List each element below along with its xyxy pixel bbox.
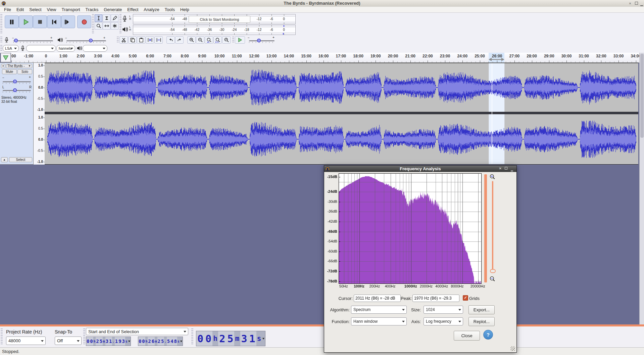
zoom-out-button[interactable] xyxy=(196,36,204,44)
vertical-scrollbar-thumb[interactable] xyxy=(640,54,644,138)
skip-to-end-button[interactable] xyxy=(61,15,75,28)
selection-end-field-unit[interactable]: . xyxy=(164,337,166,346)
window-titlebar[interactable]: The Byrds - Byrdmaniax (Recovered) × xyxy=(0,0,644,7)
selection-start-field-digit[interactable]: 1 xyxy=(109,337,112,346)
grids-checkbox[interactable]: ✓ xyxy=(463,295,468,301)
skip-to-start-button[interactable] xyxy=(47,15,61,28)
pause-button[interactable] xyxy=(5,15,19,28)
selection-end-field-format-arrow[interactable] xyxy=(180,337,183,346)
trim-outside-selection-button[interactable] xyxy=(146,36,154,44)
selection-end-field-digit[interactable]: 2 xyxy=(157,337,161,346)
timeline-ruler[interactable]: -2:00-1:0001:002:003:004:005:006:007:008… xyxy=(11,53,644,63)
audio-host-combo[interactable]: LSA xyxy=(3,45,19,52)
selection-end-field-digit[interactable]: 0 xyxy=(142,337,145,346)
zoom-in-icon[interactable] xyxy=(489,174,495,181)
envelope-tool-button[interactable] xyxy=(103,14,110,22)
window-restore-icon[interactable] xyxy=(635,2,638,5)
selection-start-field-digit[interactable]: 0 xyxy=(90,337,93,346)
play-at-speed-button[interactable] xyxy=(235,36,245,44)
function-combo[interactable]: Hann window xyxy=(351,317,407,325)
selection-start-field[interactable]: 00h25m31.193s xyxy=(86,337,131,346)
audio-position-field-unit[interactable]: m xyxy=(234,331,240,346)
playback-volume-slider[interactable] xyxy=(66,40,106,41)
selection-start-field-digit[interactable]: 5 xyxy=(99,337,103,346)
collapse-track-button[interactable]: ▲ xyxy=(1,157,8,162)
help-button[interactable]: ? xyxy=(483,330,493,340)
audio-position-field-format-arrow[interactable] xyxy=(262,331,265,346)
timeshift-tool-button[interactable] xyxy=(103,22,110,30)
gain-slider[interactable] xyxy=(3,81,31,82)
zoom-toggle-button[interactable] xyxy=(222,36,231,44)
menu-analyze[interactable]: Analyze xyxy=(141,7,162,12)
play-button[interactable] xyxy=(19,15,33,28)
menu-edit[interactable]: Edit xyxy=(14,7,27,12)
selection-end-field-digit[interactable]: 2 xyxy=(148,337,151,346)
record-button[interactable] xyxy=(77,15,91,28)
selection-start-field-unit[interactable]: m xyxy=(103,337,105,346)
menu-select[interactable]: Select xyxy=(27,7,44,12)
menu-effect[interactable]: Effect xyxy=(125,7,141,12)
selection-start-field-digit[interactable]: 9 xyxy=(118,337,121,346)
fit-project-button[interactable] xyxy=(213,36,222,44)
vertical-scale-ruler[interactable]: 1.00.50.0-0.5-1.01.00.50.0-0.5-1.0 xyxy=(34,62,45,165)
multi-tool-button[interactable] xyxy=(111,22,118,30)
spectrum-canvas[interactable] xyxy=(339,174,481,283)
menu-tracks[interactable]: Tracks xyxy=(83,7,101,12)
track-title-menu[interactable]: The Byrds - ▼ xyxy=(6,64,32,68)
selection-start-field-digit[interactable]: 2 xyxy=(96,337,99,346)
selection-end-field[interactable]: 00h26m25.548s xyxy=(138,337,183,346)
vertical-zoom-slider[interactable] xyxy=(492,181,493,272)
recording-channels-combo[interactable]: hannels xyxy=(56,45,75,52)
copy-button[interactable] xyxy=(128,36,137,44)
selection-end-field-unit[interactable]: h xyxy=(145,337,148,346)
menu-transport[interactable]: Transport xyxy=(59,7,83,12)
silence-selection-button[interactable] xyxy=(154,36,163,44)
spectrum-plot-area[interactable] xyxy=(339,173,482,284)
audio-position-field[interactable]: 00h25m31s xyxy=(196,331,265,346)
cursor-value-field[interactable]: 2011 Hz (B6) = -28 dB xyxy=(354,295,401,302)
algorithm-combo[interactable]: Spectrum xyxy=(351,306,407,314)
play-speed-slider[interactable] xyxy=(249,40,275,41)
peak-value-field[interactable]: 1970 Hz (B6) = -29.3 xyxy=(412,295,459,302)
project-rate-combo[interactable]: 48000 xyxy=(6,337,46,345)
gain-slider-thumb[interactable] xyxy=(13,80,17,83)
selection-mode-combo[interactable]: Start and End of Selection xyxy=(86,328,188,335)
paste-button[interactable] xyxy=(137,36,145,44)
audio-position-field-unit[interactable]: h xyxy=(212,331,218,346)
size-combo[interactable]: 1024 xyxy=(424,306,463,314)
pan-slider[interactable] xyxy=(3,90,31,91)
waveform-canvas[interactable] xyxy=(45,63,638,165)
recording-volume-thumb[interactable] xyxy=(14,39,18,42)
selection-start-field-digit[interactable]: 3 xyxy=(105,337,109,346)
zoom-out-icon[interactable] xyxy=(489,276,495,283)
selection-end-field-digit[interactable]: 6 xyxy=(151,337,155,346)
dialog-restore-icon[interactable] xyxy=(505,167,507,170)
recording-device-combo[interactable] xyxy=(26,45,56,52)
play-speed-thumb[interactable] xyxy=(257,39,261,42)
audio-position-field-digit[interactable]: 2 xyxy=(218,331,226,346)
solo-button[interactable]: Solo xyxy=(17,69,32,74)
plot-right-bar[interactable] xyxy=(484,174,487,282)
audio-position-field-digit[interactable]: 3 xyxy=(240,331,248,346)
playback-device-combo[interactable] xyxy=(83,45,107,52)
menu-file[interactable]: File xyxy=(1,7,14,12)
replot-button[interactable]: Replot... xyxy=(468,317,495,326)
draw-tool-button[interactable] xyxy=(111,14,118,22)
axis-combo[interactable]: Log frequency xyxy=(424,317,463,325)
record-meter[interactable]: -54-48-42-36-30-24-18-12-60Click to Star… xyxy=(133,14,296,24)
undo-button[interactable] xyxy=(166,36,175,44)
snap-to-combo[interactable]: Off xyxy=(55,337,82,345)
track-close-button[interactable]: × xyxy=(1,64,5,68)
selection-end-field-unit[interactable]: m xyxy=(155,337,157,346)
vertical-scrollbar[interactable] xyxy=(639,53,644,324)
selection-end-field-unit[interactable]: s xyxy=(177,337,180,346)
audio-position-field-unit[interactable]: s xyxy=(256,331,262,346)
selection-start-field-digit[interactable]: 1 xyxy=(115,337,118,346)
recording-volume-slider[interactable] xyxy=(13,40,53,41)
selection-end-field-digit[interactable]: 0 xyxy=(138,337,142,346)
zoom-tool-button[interactable] xyxy=(95,22,102,30)
close-button[interactable]: Close xyxy=(454,331,480,341)
audio-position-field-digit[interactable]: 5 xyxy=(226,331,234,346)
cut-button[interactable] xyxy=(119,36,128,44)
selection-start-field-digit[interactable]: 0 xyxy=(86,337,90,346)
